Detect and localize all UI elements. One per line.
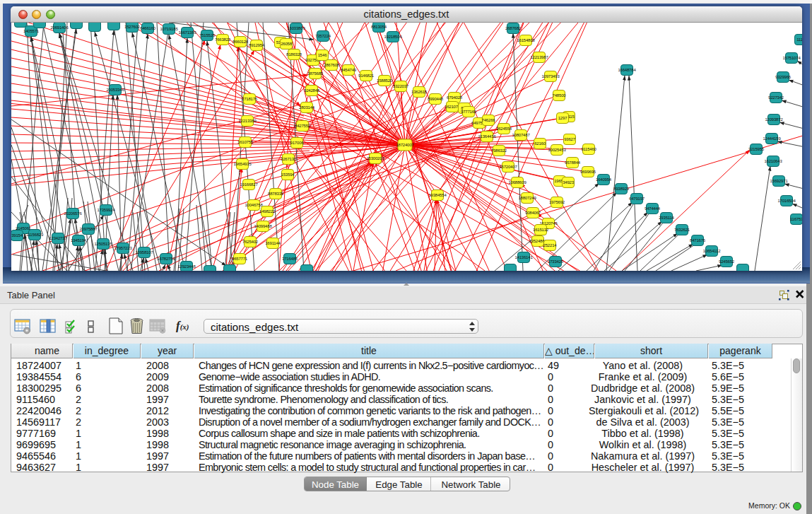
svg-text:19654935: 19654935 [233,162,252,166]
svg-text:1691144: 1691144 [265,241,281,245]
svg-text:15720407: 15720407 [499,165,517,169]
svg-text:34923: 34923 [563,180,575,185]
svg-text:1546: 1546 [318,53,327,57]
svg-text:10025453: 10025453 [548,148,566,152]
svg-text:17359924: 17359924 [97,208,115,212]
svg-text:20691406: 20691406 [50,25,69,30]
svg-text:1297: 1297 [558,116,567,120]
svg-text:12923448: 12923448 [177,264,196,269]
svg-text:1640954: 1640954 [596,177,612,182]
svg-text:18807249: 18807249 [518,196,536,200]
svg-text:12093872: 12093872 [765,117,783,122]
svg-text:16210643: 16210643 [764,159,782,163]
svg-text:1362615: 1362615 [411,90,428,94]
svg-text:17016504: 17016504 [777,199,796,203]
svg-text:7986322: 7986322 [491,148,507,153]
svg-text:6479197: 6479197 [629,197,645,201]
svg-text:16648784: 16648784 [618,68,636,72]
svg-text:1527602: 1527602 [124,25,141,29]
svg-text:20206576: 20206576 [64,211,82,216]
svg-text:252214: 252214 [543,243,558,247]
svg-text:12342737: 12342737 [49,236,67,240]
svg-text:19166827: 19166827 [240,182,258,187]
svg-text:9329966: 9329966 [775,75,792,79]
svg-text:8186328: 8186328 [286,52,302,57]
svg-text:12213389: 12213389 [238,119,257,123]
svg-text:15751074: 15751074 [782,56,801,60]
svg-text:16033809: 16033809 [287,26,305,30]
svg-text:10973493: 10973493 [541,74,560,78]
svg-text:10807487: 10807487 [512,133,530,137]
svg-text:11156829: 11156829 [26,233,44,237]
svg-text:8454749: 8454749 [341,68,357,72]
svg-text:8660124: 8660124 [233,40,249,44]
svg-text:19218506: 19218506 [384,35,402,39]
svg-text:12444159: 12444159 [763,136,781,141]
svg-text:8938923: 8938923 [613,187,630,191]
svg-text:1112: 1112 [796,37,802,42]
svg-text:1345194: 1345194 [71,238,87,243]
svg-text:7632621: 7632621 [674,228,690,232]
svg-text:1975692: 1975692 [549,200,565,204]
svg-text:9578844: 9578844 [565,160,581,165]
svg-text:12213987: 12213987 [530,55,548,59]
svg-text:16782759: 16782759 [157,257,175,261]
svg-text:25300203: 25300203 [366,156,384,160]
svg-text:21364436: 21364436 [478,134,496,139]
svg-text:8990448: 8990448 [428,97,444,101]
svg-text:10719185: 10719185 [160,27,178,31]
svg-text:9699695: 9699695 [580,170,596,174]
svg-text:7357224: 7357224 [315,34,331,38]
svg-text:9474444: 9474444 [645,206,661,211]
svg-text:10958107: 10958107 [135,250,153,255]
svg-text:9227342: 9227342 [768,95,784,100]
svg-text:6794028: 6794028 [447,95,463,100]
svg-text:1615132: 1615132 [533,228,549,232]
svg-text:7663822: 7663822 [215,37,231,42]
svg-text:6466160: 6466160 [140,26,156,30]
svg-text:17957223: 17957223 [114,246,132,250]
svg-text:3875685: 3875685 [307,71,324,76]
svg-text:153594: 153594 [281,173,295,177]
svg-text:10688609: 10688609 [508,180,526,185]
svg-text:26058: 26058 [281,42,293,46]
svg-text:14136141: 14136141 [514,255,533,259]
svg-text:3267130: 3267130 [281,157,297,161]
svg-text:8912954: 8912954 [249,43,265,47]
svg-text:9115460: 9115460 [581,147,596,151]
svg-text:14099488: 14099488 [254,224,272,228]
svg-text:39154: 39154 [11,233,23,238]
svg-text:3215955: 3215955 [748,147,765,151]
svg-text:9084067: 9084067 [525,211,541,215]
svg-text:9657771: 9657771 [232,257,248,261]
svg-text:10654112: 10654112 [703,249,722,253]
svg-text:8878335: 8878335 [268,192,284,196]
svg-text:3716485: 3716485 [282,257,298,261]
svg-text:1405571: 1405571 [23,29,40,33]
svg-text:2803144: 2803144 [299,105,315,110]
svg-text:1733426: 1733426 [548,259,564,264]
svg-text:19384554: 19384554 [428,193,447,197]
svg-text:20975867: 20975867 [79,227,98,231]
svg-text:3624554: 3624554 [496,127,512,131]
svg-text:8471676: 8471676 [690,238,706,243]
svg-text:7515526: 7515526 [199,33,216,37]
svg-text:116753: 116753 [790,217,802,221]
svg-text:1588520: 1588520 [377,78,393,83]
svg-text:16671385: 16671385 [178,30,196,35]
svg-text:1498222: 1498222 [259,209,276,214]
svg-text:9146821: 9146821 [358,74,375,78]
svg-text:5322037: 5322037 [393,84,409,88]
svg-text:9242848: 9242848 [304,88,320,93]
svg-text:2935114: 2935114 [659,216,674,220]
svg-text:93627: 93627 [564,137,576,141]
svg-text:8427552: 8427552 [295,124,311,128]
svg-text:2867608: 2867608 [324,63,340,67]
svg-text:9777169: 9777169 [461,110,477,114]
svg-text:1610755: 1610755 [237,140,254,144]
svg-text:15692971: 15692971 [770,179,788,183]
svg-text:8813054: 8813054 [371,25,387,29]
svg-text:2687682: 2687682 [505,26,522,30]
svg-text:746266: 746266 [482,118,496,122]
svg-text:18724007: 18724007 [396,143,414,147]
